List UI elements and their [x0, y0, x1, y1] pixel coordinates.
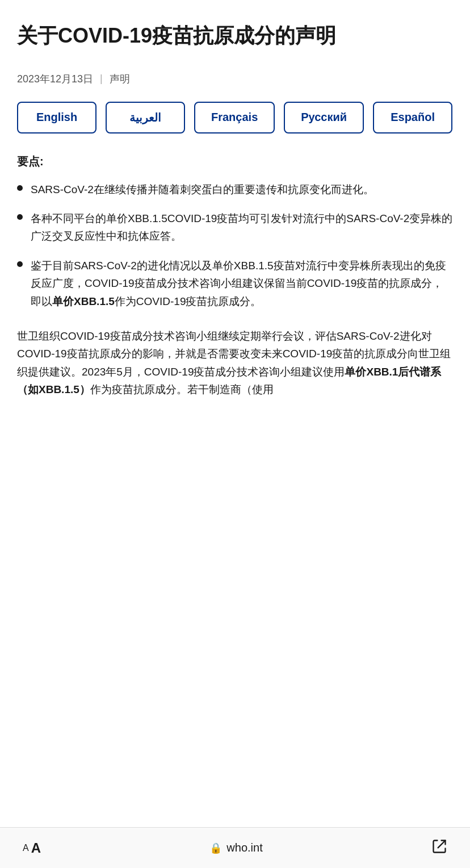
language-buttons-container: English العربية Français Русский Español: [17, 102, 453, 133]
bullet3-bold: 单价XBB.1.5: [52, 295, 115, 307]
bullet-text-2: 各种不同平台的单价XBB.1.5COVID-19疫苗均可引发针对流行中的SARS…: [31, 210, 453, 245]
domain-display: 🔒 who.int: [209, 841, 262, 854]
share-button[interactable]: [431, 838, 447, 858]
lang-button-arabic[interactable]: العربية: [106, 102, 185, 133]
font-small-label[interactable]: A: [23, 843, 29, 853]
bottom-bar: A A 🔒 who.int: [0, 827, 470, 868]
bullet-dot: [17, 185, 23, 191]
key-points-heading: 要点:: [17, 154, 453, 169]
key-points-list: SARS-CoV-2在继续传播并随着刺突蛋白的重要遗传和抗原变化而进化。 各种不…: [17, 181, 453, 310]
list-item: SARS-CoV-2在继续传播并随着刺突蛋白的重要遗传和抗原变化而进化。: [17, 181, 453, 198]
bullet3-after-bold: 作为COVID-19疫苗抗原成分。: [115, 295, 262, 307]
page-title: 关于COVID-19疫苗抗原成分的声明: [17, 23, 453, 49]
lang-button-russian[interactable]: Русский: [284, 102, 364, 133]
font-large-label[interactable]: A: [31, 840, 41, 856]
bullet-dot: [17, 261, 23, 267]
list-item: 各种不同平台的单价XBB.1.5COVID-19疫苗均可引发针对流行中的SARS…: [17, 210, 453, 245]
bullet-text-3: 鉴于目前SARS-CoV-2的进化情况以及单价XBB.1.5疫苗对流行中变异株所…: [31, 257, 453, 310]
lang-button-english[interactable]: English: [17, 102, 96, 133]
meta-separator: |: [100, 73, 103, 85]
lang-button-french[interactable]: Français: [194, 102, 275, 133]
bullet-dot: [17, 214, 23, 220]
meta-type: 声明: [110, 72, 130, 86]
domain-text: who.int: [226, 841, 262, 854]
lang-button-spanish[interactable]: Español: [373, 102, 452, 133]
meta-line: 2023年12月13日 | 声明: [17, 72, 453, 86]
body-after-bold: 作为疫苗抗原成分。若干制造商（使用: [90, 383, 274, 395]
body-paragraph: 世卫组织COVID-19疫苗成分技术咨询小组继续定期举行会议，评估SARS-Co…: [17, 327, 453, 398]
main-content: 关于COVID-19疫苗抗原成分的声明 2023年12月13日 | 声明 Eng…: [0, 0, 470, 827]
lock-icon: 🔒: [209, 842, 222, 854]
list-item: 鉴于目前SARS-CoV-2的进化情况以及单价XBB.1.5疫苗对流行中变异株所…: [17, 257, 453, 310]
font-size-control[interactable]: A A: [23, 840, 41, 856]
meta-date: 2023年12月13日: [17, 72, 93, 86]
bullet-text-1: SARS-CoV-2在继续传播并随着刺突蛋白的重要遗传和抗原变化而进化。: [31, 181, 374, 198]
